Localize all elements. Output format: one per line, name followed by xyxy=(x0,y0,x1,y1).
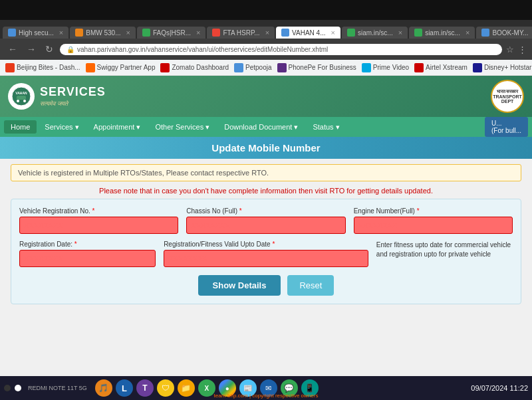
form-row-2: Registration Date: * Registration/Fitnes… xyxy=(19,241,513,267)
reset-button[interactable]: Reset xyxy=(287,275,334,296)
security-icon[interactable]: 🛡 xyxy=(157,379,174,397)
tab-close-icon[interactable]: × xyxy=(331,29,334,37)
svg-rect-2 xyxy=(17,96,26,100)
folder-icon[interactable]: 📁 xyxy=(178,379,195,397)
tab-fta[interactable]: FTA HSRP... × xyxy=(207,27,275,39)
services-label: Services ▾ xyxy=(45,123,78,132)
vehicle-reg-input[interactable] xyxy=(19,217,178,234)
transport-emblem: भारत सरकारTRANSPORTDEPT xyxy=(491,80,524,113)
bookmark-label: Beijing Bites - Dash... xyxy=(17,64,80,71)
nav-download-doc[interactable]: Download Document ▾ xyxy=(217,120,305,134)
tab-label: siam.in/sc... xyxy=(358,29,393,37)
satyameva-label: सत्यमेव जयते xyxy=(40,100,106,108)
nav-appointment[interactable]: Appointment ▾ xyxy=(87,120,148,134)
tab-bookmyb[interactable]: BOOK-MY... × xyxy=(476,27,532,39)
bookmark-petpooja[interactable]: Petpooja xyxy=(234,63,271,72)
nav-services[interactable]: Services ▾ xyxy=(38,120,85,134)
svg-text:VAHAN: VAHAN xyxy=(15,91,27,95)
address-input[interactable]: 🔒 vahan.parivahan.gov.in/vahanservice/va… xyxy=(60,44,502,55)
bookmark-phonepe[interactable]: PhonePe For Business xyxy=(277,63,356,72)
tab-favicon xyxy=(8,29,16,37)
address-bar: ← → ↻ 🔒 vahan.parivahan.gov.in/vahanserv… xyxy=(0,39,532,60)
tab-vahan[interactable]: VAHAN 4... × xyxy=(276,27,340,39)
tab-close-icon[interactable]: × xyxy=(265,29,269,37)
bookmark-label: Airtel Xstream xyxy=(426,64,467,71)
tab-high-secu[interactable]: High secu... × xyxy=(3,27,68,39)
fitness-info-group: Enter fitness upto date for commercial v… xyxy=(376,241,513,267)
tab-favicon xyxy=(75,29,83,37)
bookmark-star-icon[interactable]: ☆ xyxy=(506,45,514,54)
tab-close-icon[interactable]: × xyxy=(466,29,469,37)
form-row-1: Vehicle Registration No. * Chassis No (F… xyxy=(19,207,513,234)
music-icon[interactable]: 🎵 xyxy=(95,379,112,397)
fitness-date-group: Registration/Fitness Valid Upto Date * xyxy=(164,241,368,267)
taskbar-right: 09/07/2024 11:22 xyxy=(471,384,528,392)
services-title: SERVICES xyxy=(40,85,106,99)
bookmark-beijing[interactable]: Beijing Bites - Dash... xyxy=(5,63,80,72)
bookmark-swiggy[interactable]: Swiggy Partner App xyxy=(86,63,156,72)
reg-date-input[interactable] xyxy=(19,250,156,267)
bookmark-label: Swiggy Partner App xyxy=(97,64,156,71)
home-label: Home xyxy=(11,123,30,131)
warning-text: Please note that in case you don't have … xyxy=(11,187,521,195)
teams-icon[interactable]: T xyxy=(136,379,154,397)
tab-bmw[interactable]: BMW 530... × xyxy=(70,27,136,39)
page-title: Update Mobile Number xyxy=(211,142,320,153)
taskbar-dot-white xyxy=(15,385,21,391)
reg-date-group: Registration Date: * xyxy=(19,241,156,267)
tab-favicon xyxy=(481,29,489,37)
files-icon[interactable]: L xyxy=(116,379,133,397)
taskbar-dot-black xyxy=(4,385,11,391)
settings-icon[interactable]: ⋮ xyxy=(518,45,527,54)
bookmark-airtel[interactable]: Airtel Xstream xyxy=(414,63,467,72)
nav-user-info: U...(For bull... xyxy=(485,117,528,137)
tab-label: siam.in/sc... xyxy=(425,29,460,37)
bookmark-disney[interactable]: Disney+ Hotstar xyxy=(473,63,531,72)
tab-close-icon[interactable]: × xyxy=(126,29,130,37)
required-marker: * xyxy=(272,241,275,248)
tab-label: High secu... xyxy=(19,29,54,37)
reload-button[interactable]: ↻ xyxy=(43,43,56,56)
nav-other-services[interactable]: Other Services ▾ xyxy=(148,120,216,134)
tab-close-icon[interactable]: × xyxy=(196,29,200,37)
tab-bar: High secu... × BMW 530... × FAQs|HSR... … xyxy=(0,20,532,39)
bookmark-icon xyxy=(362,63,371,72)
bookmark-prime[interactable]: Prime Video xyxy=(362,63,409,72)
tab-close-icon[interactable]: × xyxy=(59,29,63,37)
appointment-label: Appointment ▾ xyxy=(94,123,141,132)
fitness-date-input[interactable] xyxy=(164,250,368,267)
browser-chrome: High secu... × BMW 530... × FAQs|HSR... … xyxy=(0,20,532,76)
nav-bar: Home Services ▾ Appointment ▾ Other Serv… xyxy=(0,117,532,137)
tab-label: FAQs|HSR... xyxy=(153,29,191,37)
engine-no-group: Engine Number(Full) * xyxy=(354,207,513,234)
chassis-no-input[interactable] xyxy=(186,217,345,234)
excel-icon[interactable]: X xyxy=(198,379,215,397)
url-display: vahan.parivahan.gov.in/vahanservice/vaha… xyxy=(77,46,328,53)
bookmark-icon xyxy=(414,63,424,72)
tab-siam2[interactable]: siam.in/sc... × xyxy=(409,27,475,39)
nav-status[interactable]: Status ▾ xyxy=(306,120,346,134)
taskbar-left: REDMI NOTE 11T 5G xyxy=(4,385,87,391)
engine-no-input[interactable] xyxy=(354,217,513,234)
page-title-bar: Update Mobile Number xyxy=(0,137,532,159)
forward-button[interactable]: → xyxy=(24,43,39,56)
show-details-button[interactable]: Show Details xyxy=(198,275,281,296)
tab-close-icon[interactable]: × xyxy=(398,29,402,37)
svg-point-4 xyxy=(23,100,26,102)
tab-label: BOOK-MY... xyxy=(492,29,528,37)
tab-siam1[interactable]: siam.in/sc... × xyxy=(342,27,408,39)
screen: High secu... × BMW 530... × FAQs|HSR... … xyxy=(0,0,532,400)
page-content: VAHAN SERVICES सत्यमेव जयते भारत सरकारTR… xyxy=(0,76,532,376)
nav-home[interactable]: Home xyxy=(4,120,37,134)
form-buttons: Show Details Reset xyxy=(19,275,513,296)
security-lock-icon: 🔒 xyxy=(66,46,74,53)
back-button[interactable]: ← xyxy=(5,43,20,56)
tab-faqs[interactable]: FAQs|HSR... × xyxy=(137,27,206,39)
bookmark-zomato[interactable]: Zomato Dashboard xyxy=(160,63,229,72)
required-marker: * xyxy=(74,241,77,248)
bookmark-icon xyxy=(160,63,170,72)
vahan-logo: VAHAN xyxy=(8,83,35,110)
site-logo: VAHAN SERVICES सत्यमेव जयते xyxy=(8,83,106,110)
camera-bar xyxy=(0,0,532,20)
chassis-no-group: Chassis No (Full) * xyxy=(186,207,345,234)
